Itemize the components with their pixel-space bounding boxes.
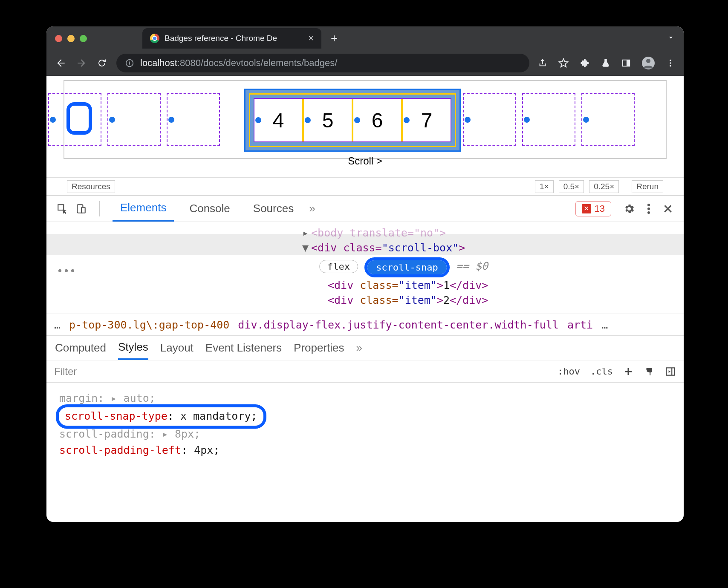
tab-computed[interactable]: Computed bbox=[55, 341, 106, 355]
traffic-lights bbox=[55, 35, 87, 42]
forward-button[interactable] bbox=[75, 57, 87, 69]
resources-link[interactable]: Resources bbox=[67, 180, 115, 193]
tab-elements[interactable]: Elements bbox=[113, 196, 174, 222]
url-path: /docs/devtools/elements/badges/ bbox=[201, 58, 337, 68]
maximize-window-icon[interactable] bbox=[80, 35, 87, 42]
tab-properties[interactable]: Properties bbox=[294, 341, 344, 355]
scroll-item bbox=[107, 93, 161, 146]
page-viewport: 4 5 6 7 Scroll > Resources 1× 0.5× 0.25×… bbox=[46, 76, 684, 195]
scroll-item bbox=[463, 93, 516, 146]
new-rule-icon[interactable] bbox=[623, 366, 633, 377]
tab-title: Badges reference - Chrome De bbox=[165, 34, 277, 43]
snap-viewport-highlight: 4 5 6 7 bbox=[244, 89, 461, 152]
extensions-icon[interactable] bbox=[580, 58, 590, 68]
snap-dot-icon bbox=[109, 117, 115, 123]
tab-console[interactable]: Console bbox=[182, 196, 237, 222]
reload-button[interactable] bbox=[96, 57, 108, 69]
paint-icon[interactable] bbox=[644, 366, 655, 377]
hov-toggle[interactable]: :hov bbox=[558, 366, 580, 377]
chrome-logo-icon bbox=[150, 34, 159, 43]
scroll-label[interactable]: Scroll > bbox=[64, 155, 666, 167]
svg-point-8 bbox=[670, 65, 671, 67]
snap-dot-icon bbox=[465, 117, 471, 123]
minimize-window-icon[interactable] bbox=[67, 35, 75, 42]
css-property[interactable]: scroll-snap-type bbox=[65, 410, 168, 422]
selected-marker: == $0 bbox=[456, 260, 488, 272]
kebab-icon[interactable] bbox=[647, 203, 650, 215]
svg-rect-10 bbox=[81, 207, 85, 213]
snap-dot-icon bbox=[404, 117, 410, 123]
svg-point-7 bbox=[670, 62, 671, 64]
css-property[interactable]: scroll-padding-left bbox=[59, 444, 181, 456]
new-tab-button[interactable]: + bbox=[331, 32, 338, 45]
tabs-menu-icon[interactable] bbox=[667, 33, 675, 44]
breadcrumb-segment[interactable]: arti bbox=[567, 319, 593, 331]
annotation-highlight: scroll-snap-type: x mandatory; bbox=[56, 404, 266, 429]
css-value[interactable]: x mandatory bbox=[180, 410, 251, 422]
snap-dot-icon bbox=[168, 117, 174, 123]
breadcrumb-segment[interactable]: div.display-flex.justify-content-center.… bbox=[238, 319, 559, 331]
tab-event-listeners[interactable]: Event Listeners bbox=[205, 341, 282, 355]
close-window-icon[interactable] bbox=[55, 35, 62, 42]
rerun-button[interactable]: Rerun bbox=[632, 180, 663, 193]
dom-tree[interactable]: ▸<body translate="no"> ▼<div class="scro… bbox=[46, 222, 684, 314]
info-icon bbox=[125, 58, 134, 68]
zoom-05x[interactable]: 0.5× bbox=[559, 180, 584, 193]
tab-styles[interactable]: Styles bbox=[118, 336, 148, 360]
svg-rect-1 bbox=[129, 62, 130, 65]
styles-pane[interactable]: margin: ▸ auto; scroll-snap-type: x mand… bbox=[46, 383, 684, 467]
tab-sources[interactable]: Sources bbox=[246, 196, 301, 222]
browser-tab[interactable]: Badges reference - Chrome De × bbox=[142, 28, 321, 49]
breadcrumb[interactable]: … p-top-300.lg\:gap-top-400 div.display-… bbox=[46, 314, 684, 336]
gear-icon[interactable] bbox=[623, 203, 635, 215]
titlebar: Badges reference - Chrome De × + bbox=[46, 26, 684, 50]
svg-rect-2 bbox=[129, 61, 130, 62]
svg-point-11 bbox=[647, 204, 650, 206]
sidebar-toggle-icon[interactable] bbox=[665, 366, 676, 377]
scroll-snap-badge[interactable]: scroll-snap bbox=[367, 260, 447, 274]
browser-window: Badges reference - Chrome De × + localho… bbox=[46, 26, 684, 522]
demo-toolbar: Resources 1× 0.5× 0.25× Rerun bbox=[46, 177, 684, 195]
scroll-item: 5 bbox=[304, 99, 353, 141]
filter-input[interactable]: Filter bbox=[54, 366, 77, 378]
svg-point-12 bbox=[647, 208, 650, 210]
scroll-item bbox=[167, 93, 220, 146]
kebab-menu-icon[interactable] bbox=[666, 58, 675, 68]
css-value[interactable]: 4px bbox=[194, 444, 213, 456]
snap-dot-icon bbox=[255, 117, 261, 123]
device-toggle-icon[interactable] bbox=[75, 203, 87, 214]
svg-rect-4 bbox=[627, 60, 630, 66]
breadcrumb-more-icon[interactable]: … bbox=[54, 319, 61, 331]
labs-icon[interactable] bbox=[601, 58, 610, 68]
close-tab-icon[interactable]: × bbox=[308, 33, 314, 44]
cls-toggle[interactable]: .cls bbox=[590, 366, 613, 377]
flex-badge[interactable]: flex bbox=[319, 260, 358, 273]
breadcrumb-segment[interactable]: p-top-300.lg\:gap-top-400 bbox=[69, 319, 229, 331]
profile-icon[interactable] bbox=[642, 57, 655, 69]
bookmark-icon[interactable] bbox=[558, 58, 569, 68]
more-tabs-icon[interactable]: » bbox=[309, 202, 315, 215]
ellipsis-icon[interactable]: ••• bbox=[57, 265, 76, 277]
devtools-tabs: Elements Console Sources » ✕ 13 bbox=[46, 196, 684, 222]
zoom-025x[interactable]: 0.25× bbox=[589, 180, 619, 193]
back-button[interactable] bbox=[55, 57, 67, 69]
tab-layout[interactable]: Layout bbox=[160, 341, 194, 355]
zoom-1x[interactable]: 1× bbox=[535, 180, 554, 193]
snap-dot-icon bbox=[583, 117, 589, 123]
scroll-item: 7 bbox=[403, 99, 451, 141]
more-tabs-icon[interactable]: » bbox=[356, 341, 362, 355]
snap-dot-icon bbox=[524, 117, 530, 123]
panel-icon[interactable] bbox=[621, 58, 631, 68]
breadcrumb-more-icon[interactable]: … bbox=[601, 319, 608, 331]
error-count: 13 bbox=[595, 203, 605, 214]
errors-badge[interactable]: ✕ 13 bbox=[575, 201, 611, 216]
error-icon: ✕ bbox=[582, 204, 591, 213]
close-devtools-icon[interactable] bbox=[662, 203, 673, 214]
scroll-item: 6 bbox=[353, 99, 403, 141]
styles-tabs: Computed Styles Layout Event Listeners P… bbox=[46, 336, 684, 360]
url-field[interactable]: localhost:8080/docs/devtools/elements/ba… bbox=[116, 54, 529, 72]
annotation-highlight: scroll-snap bbox=[364, 257, 450, 277]
devtools: Elements Console Sources » ✕ 13 ▸<body t… bbox=[46, 195, 684, 467]
share-icon[interactable] bbox=[538, 58, 547, 68]
inspect-icon[interactable] bbox=[57, 203, 68, 214]
